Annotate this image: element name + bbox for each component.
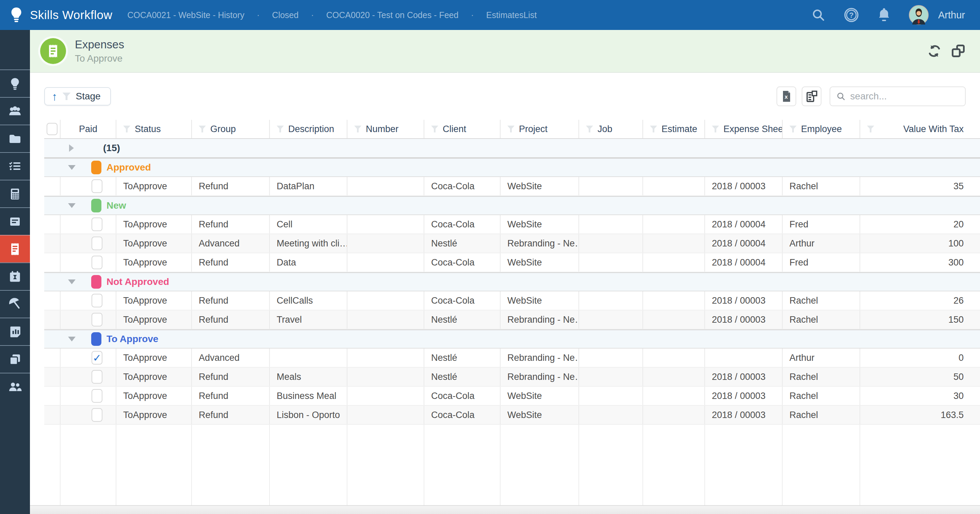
row-checkbox[interactable] [92,256,102,269]
row-checkbox[interactable] [92,218,102,231]
sidebar-item-lightbulb[interactable] [0,70,30,97]
cell-project: WebSite [501,291,579,310]
row-checkbox[interactable] [92,180,102,193]
row-checkbox[interactable] [92,351,102,364]
table-row[interactable]: ToApproveRefundBusiness MealCoca-ColaWeb… [44,387,980,406]
sidebar-item-people[interactable] [0,373,30,400]
stage-sort-chip[interactable]: ↑ Stage [44,87,111,105]
search-icon[interactable] [811,8,826,22]
column-label: Group [210,124,236,134]
header-cell-project[interactable]: Project [501,120,579,138]
sidebar-item-team[interactable] [0,97,30,124]
help-icon[interactable]: ? [843,7,859,23]
row-checkbox[interactable] [92,389,102,403]
group-row[interactable]: Approved [44,158,980,177]
collapse-icon[interactable] [68,203,76,208]
row-checkbox[interactable] [92,370,102,384]
table-row[interactable]: ToApproveRefundDataPlanCoca-ColaWebSite2… [44,177,980,196]
group-row[interactable]: New [44,196,980,215]
table-row[interactable]: ToApproveRefundCellCallsCoca-ColaWebSite… [44,291,980,310]
table-row[interactable]: ToApproveRefundDataCoca-ColaWebSite2018 … [44,253,980,272]
table-row[interactable]: ToApproveAdvancedNestléRebranding - Ne…A… [44,349,980,368]
group-row[interactable]: Not Approved [44,272,980,291]
sidebar-items [0,70,30,400]
sidebar-item-notes[interactable] [0,207,30,235]
popout-icon[interactable] [951,44,966,59]
cell-value: 35 [860,177,980,196]
table-row[interactable]: ToApproveRefundLisbon - OportoCoca-ColaW… [44,406,980,425]
filter-icon[interactable] [508,126,514,132]
sidebar-item-folder[interactable] [0,124,30,152]
row-checkbox[interactable] [92,408,102,422]
collapse-icon[interactable] [68,280,76,284]
sidebar-item-calculator[interactable] [0,180,30,207]
app-shell: Expenses To Approve ↑ Stage x [0,30,980,514]
filter-icon[interactable] [199,126,206,132]
header-cell-expense-sheet[interactable]: Expense Sheet [705,120,783,138]
header-cell-employee[interactable]: Employee [783,120,860,138]
cell-employee: Rachel [783,406,860,424]
refresh-icon[interactable] [927,44,942,59]
filter-icon[interactable] [123,126,130,132]
cell-paid [60,177,116,196]
header-actions [927,44,966,59]
group-row[interactable]: To Approve [44,329,980,349]
header-cell-select[interactable] [44,120,60,138]
select-all-checkbox[interactable] [47,123,57,135]
row-checkbox[interactable] [92,313,102,326]
sidebar-item-calendar[interactable] [0,263,30,290]
search-input[interactable] [850,91,959,102]
sidebar-item-receipt[interactable] [0,235,30,263]
header-cell-group[interactable]: Group [192,120,270,138]
cell-employee: Fred [783,253,860,272]
breadcrumb-item[interactable]: COCA0021 - WebSite - History [127,10,244,20]
table-row[interactable]: ToApproveRefundTravelNestléRebranding - … [44,310,980,329]
table-row[interactable]: ToApproveAdvancedMeeting with cli…Nestlé… [44,234,980,253]
header-cell-estimate[interactable]: Estimate [643,120,705,138]
user-name[interactable]: Arthur [938,10,965,21]
collapse-icon[interactable] [68,165,76,170]
table-row[interactable]: ToApproveRefundMealsNestléRebranding - N… [44,368,980,387]
expand-icon[interactable] [69,144,74,152]
row-checkbox[interactable] [92,294,102,307]
header-cell-description[interactable]: Description [270,120,347,138]
cell-number [347,177,424,196]
svg-text:x: x [785,94,788,100]
filter-icon[interactable] [586,126,593,132]
notifications-bell-icon[interactable] [877,7,891,23]
filter-icon[interactable] [712,126,719,132]
filter-icon[interactable] [277,126,284,132]
empty-column [579,425,643,505]
breadcrumb-item[interactable]: EstimatesList [486,10,537,20]
app-logo[interactable]: Skills Workflow [0,7,112,23]
calendar-icon [8,270,22,284]
collapse-icon[interactable] [68,337,76,341]
table-row[interactable]: ToApproveRefundCellCoca-ColaWebSite2018 … [44,215,980,234]
sidebar-item-umbrella[interactable] [0,290,30,318]
filter-icon[interactable] [789,126,797,132]
avatar[interactable] [909,5,929,25]
group-color-badge [91,199,102,212]
cell-value: 30 [860,387,980,405]
collapsed-group-row[interactable]: (15) [44,139,980,158]
header-cell-number[interactable]: Number [347,120,424,138]
sidebar-item-copies[interactable] [0,345,30,373]
filter-icon[interactable] [650,126,657,132]
row-checkbox[interactable] [92,237,102,250]
header-cell-client[interactable]: Client [424,120,501,138]
breadcrumb-item[interactable]: COCA0020 - Test on Codes - Feed [326,10,459,20]
filter-icon[interactable] [867,126,874,132]
column-chooser-button[interactable] [802,86,821,106]
header-cell-paid[interactable]: Paid [60,120,116,138]
excel-export-button[interactable]: x [776,86,796,106]
filter-icon[interactable] [354,126,361,132]
header-cell-status[interactable]: Status [116,120,192,138]
header-cell-value-with-tax[interactable]: Value With Tax [860,120,980,138]
cell-number [347,387,424,405]
header-cell-job[interactable]: Job [579,120,643,138]
sidebar-item-report[interactable] [0,318,30,345]
breadcrumb-item[interactable]: Closed [272,10,299,20]
cell-paid [60,368,116,386]
filter-icon[interactable] [431,126,438,132]
sidebar-item-checklist[interactable] [0,152,30,180]
